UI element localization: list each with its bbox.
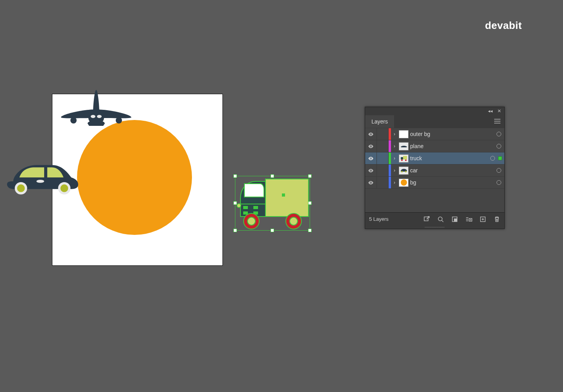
svg-point-9 (17, 184, 25, 192)
layer-row-bg[interactable]: › bg (365, 177, 504, 189)
layer-target-icon[interactable] (497, 180, 501, 185)
visibility-toggle[interactable] (365, 177, 377, 188)
svg-point-27 (370, 146, 371, 147)
panel-titlebar: ◂◂ ✕ (365, 107, 504, 115)
svg-point-21 (290, 217, 298, 225)
lock-toggle[interactable] (377, 152, 389, 164)
layer-row-outer-bg[interactable]: › outer bg (365, 128, 504, 140)
new-layer-icon[interactable] (479, 216, 486, 223)
svg-point-36 (370, 182, 371, 183)
lock-toggle[interactable] (377, 140, 389, 152)
layer-target-icon[interactable] (497, 168, 501, 173)
svg-point-11 (61, 184, 68, 192)
visibility-toggle[interactable] (365, 152, 377, 164)
watermark-logo: devabit (485, 20, 522, 32)
svg-point-26 (370, 134, 371, 135)
layer-row-car[interactable]: › car (365, 165, 504, 177)
layer-target-icon[interactable] (497, 132, 501, 136)
layer-name-label[interactable]: truck (410, 155, 490, 161)
chevron-right-icon[interactable]: › (391, 180, 398, 185)
layer-thumbnail[interactable] (399, 154, 409, 163)
panel-resize-handle[interactable] (365, 226, 504, 229)
lock-toggle[interactable] (377, 128, 389, 140)
svg-rect-16 (244, 212, 247, 214)
collapse-panel-icon[interactable]: ◂◂ (488, 108, 493, 114)
panel-menu-icon[interactable] (494, 118, 500, 125)
layer-target-icon[interactable] (497, 144, 501, 149)
chevron-right-icon[interactable]: › (391, 143, 398, 149)
svg-rect-3 (73, 116, 74, 120)
svg-rect-4 (118, 116, 120, 120)
lock-toggle[interactable] (377, 177, 389, 188)
svg-point-19 (247, 217, 255, 225)
bg-circle-shape[interactable] (77, 120, 192, 235)
clipping-mask-icon[interactable] (451, 216, 458, 223)
chevron-right-icon[interactable]: › (391, 156, 398, 161)
svg-point-33 (370, 170, 371, 171)
svg-rect-12 (265, 179, 308, 217)
visibility-toggle[interactable] (365, 140, 377, 152)
export-icon[interactable] (423, 216, 430, 223)
svg-point-38 (438, 217, 442, 221)
layer-thumbnail[interactable] (399, 166, 409, 175)
svg-rect-41 (454, 218, 457, 222)
layer-name-label[interactable]: bg (410, 179, 497, 186)
layer-thumbnail[interactable] (399, 179, 409, 187)
svg-rect-14 (244, 206, 247, 209)
svg-rect-15 (254, 206, 258, 209)
layer-name-label[interactable]: car (410, 167, 497, 174)
svg-point-31 (401, 159, 403, 161)
svg-rect-30 (401, 157, 403, 159)
search-icon[interactable] (437, 216, 444, 223)
panel-footer: 5 Layers (365, 212, 504, 226)
layer-name-label[interactable]: outer bg (410, 131, 497, 137)
svg-rect-29 (403, 156, 407, 159)
new-sublayer-icon[interactable] (465, 216, 472, 223)
svg-point-5 (91, 115, 95, 118)
layer-list-empty-area[interactable] (365, 189, 504, 212)
close-panel-icon[interactable]: ✕ (497, 108, 501, 114)
svg-point-35 (405, 171, 407, 172)
layer-row-truck[interactable]: › truck (365, 152, 504, 165)
tab-layers[interactable]: Layers (365, 115, 394, 128)
svg-rect-37 (424, 217, 428, 221)
layer-count-label: 5 Layers (369, 216, 416, 222)
layer-thumbnail[interactable] (399, 130, 409, 138)
svg-point-34 (401, 171, 403, 172)
chevron-right-icon[interactable]: › (391, 168, 398, 173)
layer-target-icon[interactable] (490, 156, 495, 161)
layer-row-plane[interactable]: › plane (365, 140, 504, 152)
svg-line-39 (442, 220, 443, 222)
visibility-toggle[interactable] (365, 165, 377, 176)
visibility-toggle[interactable] (365, 128, 377, 140)
car-shape[interactable] (5, 162, 79, 195)
chevron-right-icon[interactable]: › (391, 131, 398, 137)
truck-shape-selected[interactable] (235, 176, 310, 231)
svg-point-7 (36, 180, 44, 183)
svg-point-22 (237, 204, 241, 208)
layers-panel: ◂◂ ✕ Layers › outer bg › (365, 107, 505, 229)
svg-point-6 (97, 115, 102, 118)
layer-name-label[interactable]: plane (410, 143, 497, 149)
delete-icon[interactable] (493, 216, 500, 223)
layer-list: › outer bg › plane › (365, 128, 504, 212)
layer-thumbnail[interactable] (399, 142, 409, 150)
svg-point-28 (370, 158, 371, 159)
selection-indicator (498, 156, 502, 160)
svg-point-32 (405, 159, 407, 161)
plane-shape[interactable] (55, 89, 138, 132)
lock-toggle[interactable] (377, 165, 389, 176)
